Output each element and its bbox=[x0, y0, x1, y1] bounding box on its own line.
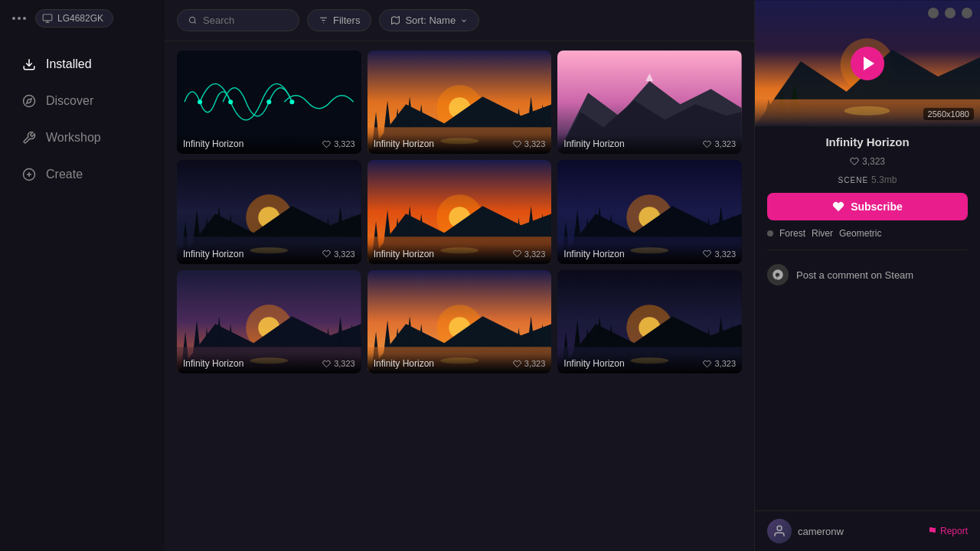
search-box[interactable] bbox=[177, 9, 299, 31]
sidebar-item-installed[interactable]: Installed bbox=[6, 47, 158, 81]
wallpaper-card[interactable]: Infinity Horizon3,323 bbox=[177, 51, 361, 154]
card-likes: 3,323 bbox=[513, 359, 546, 368]
subscribe-button[interactable]: Subscribe bbox=[767, 193, 968, 220]
card-likes: 3,323 bbox=[322, 249, 355, 259]
wallpaper-card[interactable]: Infinity Horizon3,323 bbox=[557, 51, 742, 154]
tags-row: Forest River Geometric bbox=[767, 228, 968, 239]
bottom-user-row: cameronw Report bbox=[755, 510, 980, 551]
sidebar: Installed Discover Workshop bbox=[0, 0, 165, 551]
card-title: Infinity Horizon bbox=[564, 358, 624, 369]
minimize-button[interactable] bbox=[928, 8, 939, 18]
search-input[interactable] bbox=[203, 15, 288, 26]
card-like-count: 3,323 bbox=[524, 359, 546, 368]
card-likes: 3,323 bbox=[703, 249, 736, 259]
svg-marker-5 bbox=[27, 99, 31, 103]
sidebar-item-workshop[interactable]: Workshop bbox=[6, 121, 158, 155]
report-label: Report bbox=[940, 526, 968, 536]
play-button[interactable] bbox=[851, 47, 884, 80]
svg-point-200 bbox=[777, 526, 782, 530]
main-content: Filters Sort: Name Infinity Horizon3,323… bbox=[165, 0, 754, 551]
wallpaper-card[interactable]: Infinity Horizon3,323 bbox=[177, 160, 361, 263]
user-badge[interactable]: LG4682GK bbox=[35, 9, 113, 28]
card-like-count: 3,323 bbox=[334, 249, 355, 259]
card-like-count: 3,323 bbox=[334, 139, 355, 148]
search-icon bbox=[188, 15, 197, 25]
card-like-count: 3,323 bbox=[714, 249, 736, 259]
card-title: Infinity Horizon bbox=[374, 358, 434, 369]
plus-circle-icon bbox=[21, 167, 37, 182]
card-title: Infinity Horizon bbox=[183, 249, 243, 259]
sidebar-item-workshop-label: Workshop bbox=[46, 131, 101, 145]
card-title: Infinity Horizon bbox=[374, 139, 434, 149]
tag-river[interactable]: River bbox=[812, 228, 833, 239]
wallpaper-card[interactable]: Infinity Horizon3,323 bbox=[557, 160, 742, 263]
svg-point-18 bbox=[198, 99, 202, 104]
card-likes: 3,323 bbox=[513, 139, 546, 148]
card-likes: 3,323 bbox=[513, 249, 546, 259]
user-badge-label: LG4682GK bbox=[57, 13, 103, 24]
username-label: cameronw bbox=[798, 526, 844, 537]
wallpaper-card[interactable]: Infinity Horizon3,323 bbox=[368, 160, 552, 263]
panel-title: Infinity Horizon bbox=[767, 135, 968, 148]
sidebar-item-create[interactable]: Create bbox=[6, 158, 158, 191]
filters-button[interactable]: Filters bbox=[307, 9, 371, 31]
card-likes: 3,323 bbox=[322, 359, 355, 368]
filters-label: Filters bbox=[333, 15, 360, 26]
sidebar-item-installed-label: Installed bbox=[46, 57, 92, 71]
steam-action-label: Post a comment on Steam bbox=[796, 269, 913, 281]
tag-dot-icon bbox=[767, 230, 773, 236]
panel-stats: 3,323 bbox=[767, 156, 968, 167]
card-like-count: 3,323 bbox=[714, 359, 736, 368]
resolution-badge: 2560x1080 bbox=[923, 108, 974, 120]
card-title: Infinity Horizon bbox=[564, 249, 624, 259]
sidebar-item-create-label: Create bbox=[46, 168, 83, 181]
steam-post-row[interactable]: Post a comment on Steam bbox=[767, 261, 968, 289]
download-icon bbox=[21, 57, 37, 72]
card-like-count: 3,323 bbox=[334, 359, 355, 368]
maximize-button[interactable] bbox=[945, 8, 956, 18]
divider bbox=[767, 249, 968, 250]
card-title: Infinity Horizon bbox=[183, 358, 243, 369]
wallpaper-grid: Infinity Horizon3,323Infinity Horizon3,3… bbox=[177, 51, 742, 373]
right-panel: 2560x1080 Infinity Horizon 3,323 SCENE 5… bbox=[754, 0, 980, 551]
flag-icon bbox=[928, 527, 937, 536]
wallpaper-card[interactable]: Infinity Horizon3,323 bbox=[177, 270, 361, 373]
sort-icon bbox=[390, 15, 400, 25]
chevron-down-icon bbox=[460, 17, 468, 24]
card-likes: 3,323 bbox=[703, 359, 736, 368]
svg-point-16 bbox=[266, 99, 271, 104]
card-title: Infinity Horizon bbox=[564, 139, 624, 149]
sidebar-item-discover-label: Discover bbox=[46, 94, 93, 108]
card-title: Infinity Horizon bbox=[183, 139, 243, 149]
tag-forest[interactable]: Forest bbox=[779, 228, 805, 239]
close-button[interactable] bbox=[962, 8, 972, 18]
svg-point-4 bbox=[24, 96, 35, 107]
svg-point-9 bbox=[189, 17, 194, 22]
report-button[interactable]: Report bbox=[928, 526, 968, 536]
toolbar: Filters Sort: Name bbox=[165, 0, 754, 41]
user-info: cameronw bbox=[767, 519, 844, 543]
svg-point-17 bbox=[289, 99, 294, 104]
svg-rect-0 bbox=[43, 15, 52, 21]
scene-info: SCENE 5.3mb bbox=[767, 174, 968, 185]
wallpaper-card[interactable]: Infinity Horizon3,323 bbox=[368, 270, 552, 373]
avatar bbox=[767, 519, 792, 543]
menu-dots-button[interactable] bbox=[9, 14, 29, 23]
wallpaper-card[interactable]: Infinity Horizon3,323 bbox=[557, 270, 742, 373]
svg-point-15 bbox=[228, 99, 233, 104]
tag-geometric[interactable]: Geometric bbox=[839, 228, 881, 239]
wallpaper-card[interactable]: Infinity Horizon3,323 bbox=[368, 51, 552, 154]
sidebar-item-discover[interactable]: Discover bbox=[6, 84, 158, 118]
card-likes: 3,323 bbox=[322, 139, 355, 148]
steam-icon bbox=[767, 264, 789, 285]
heart-filled-icon bbox=[832, 201, 844, 213]
scene-label: SCENE bbox=[838, 176, 868, 184]
filter-icon bbox=[318, 15, 328, 25]
card-title: Infinity Horizon bbox=[374, 249, 434, 259]
card-likes: 3,323 bbox=[703, 139, 736, 148]
card-like-count: 3,323 bbox=[714, 139, 736, 148]
sort-button[interactable]: Sort: Name bbox=[379, 9, 479, 31]
heart-icon bbox=[850, 157, 859, 166]
tools-icon bbox=[21, 130, 37, 145]
svg-line-10 bbox=[194, 22, 196, 24]
